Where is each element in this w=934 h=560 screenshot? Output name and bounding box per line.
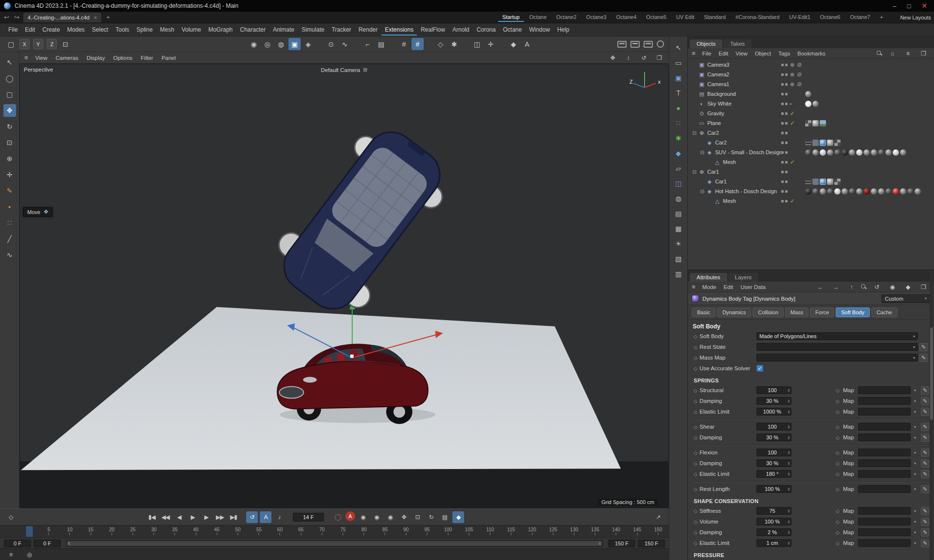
grid-tag-icon[interactable]	[834, 140, 841, 146]
pin-icon[interactable]: ◆	[902, 281, 914, 293]
camera-target-icon[interactable]: ⊕	[790, 62, 794, 68]
menu-mograph[interactable]: MoGraph	[205, 24, 236, 36]
x-axis-lock-button[interactable]: X	[19, 39, 30, 49]
layout-tab-standard[interactable]: Standard	[700, 13, 730, 22]
material-tag-icon[interactable]	[849, 149, 855, 156]
attribute-burger-icon[interactable]: ≡	[691, 283, 699, 290]
layout-tab-octane2[interactable]: Octane2	[552, 13, 581, 22]
rectangle-selection-icon[interactable]: ▢	[3, 88, 16, 101]
value-stepper[interactable]: ▴▾	[787, 388, 791, 392]
value-stepper[interactable]: ▴▾	[787, 461, 791, 465]
pan-view-icon[interactable]: ✥	[607, 52, 618, 64]
object-label[interactable]: Mesh	[723, 198, 736, 204]
expand-toggle-icon[interactable]: ⊟	[699, 150, 706, 155]
brush-tool-icon[interactable]: ✎	[3, 184, 16, 197]
section-tab-force[interactable]: Force	[810, 307, 834, 317]
objects-menu-object[interactable]: Object	[752, 50, 774, 57]
objects-menu-tags[interactable]: Tags	[775, 50, 793, 57]
menu-tracker[interactable]: Tracker	[328, 24, 355, 36]
material-tag-icon[interactable]	[871, 188, 877, 195]
record-pla-icon[interactable]: ◆	[452, 511, 464, 523]
map-field-flexion-12[interactable]	[858, 449, 911, 456]
render-settings-icon[interactable]	[644, 41, 653, 48]
visibility-dots[interactable]	[781, 83, 788, 86]
value-stepper[interactable]: ▴▾	[787, 472, 791, 476]
animation-dot-icon[interactable]: ◇	[694, 409, 700, 415]
tab-takes[interactable]: Takes	[723, 39, 752, 48]
camera-menu-icon[interactable]: ⊞	[363, 67, 367, 73]
search-icon[interactable]	[861, 284, 867, 290]
material-tag-icon[interactable]	[893, 149, 899, 156]
material-tag-icon[interactable]	[812, 188, 819, 195]
attr-dropdown-soft-body[interactable]: Made of Polygons/Lines▾	[756, 332, 918, 340]
attr-input-damping-20[interactable]: 2 %▴▾	[756, 528, 791, 536]
field-icon[interactable]: ◍	[672, 192, 684, 204]
status-ok-icon[interactable]: ◎	[23, 549, 35, 560]
chevron-down-icon[interactable]: ▾	[913, 345, 915, 349]
attr-input-elastic-limit-21[interactable]: 1 cm▴▾	[756, 539, 791, 547]
keyframe-marker-icon[interactable]: ◇	[5, 511, 17, 523]
minimize-button[interactable]: –	[893, 3, 896, 9]
map-dropdown-icon[interactable]: ▾	[912, 451, 918, 455]
map-field-damping-6[interactable]	[858, 397, 911, 405]
visibility-dots[interactable]	[781, 190, 788, 193]
animation-dot-icon[interactable]: ◇	[836, 450, 842, 455]
vertex-paint-icon[interactable]: ▪	[3, 200, 16, 213]
visibility-dots[interactable]	[781, 200, 788, 202]
selection-frame-icon[interactable]: ▢	[5, 38, 17, 50]
scale-tool-icon[interactable]: ⊡	[3, 136, 16, 149]
animation-dot-icon[interactable]: ◇	[836, 519, 842, 524]
viewport-menu-options[interactable]: Options	[109, 54, 137, 62]
layout-tab-uv-edit[interactable]: UV Edit	[672, 13, 699, 22]
section-tab-soft-body[interactable]: Soft Body	[836, 307, 870, 317]
value-stepper[interactable]: ▴▾	[787, 435, 791, 439]
autokey-icon[interactable]: A	[345, 511, 355, 521]
value-stepper[interactable]: ▴▾	[787, 451, 791, 454]
animation-dot-icon[interactable]: ◇	[694, 530, 700, 535]
text-spline-icon[interactable]: T	[672, 87, 684, 99]
rope-icon[interactable]: ∿	[339, 38, 351, 50]
object-row-suv-small-dosch-design-9[interactable]: ⊟◈SUV - Small - Dosch Design	[688, 147, 934, 157]
value-stepper[interactable]: ▴▾	[787, 487, 791, 491]
viewport-menu-cameras[interactable]: Cameras	[52, 54, 82, 62]
material-tag-icon[interactable]	[907, 188, 914, 195]
animation-dot-icon[interactable]: ◇	[836, 435, 842, 440]
objects-menu-bookmarks[interactable]: Bookmarks	[794, 50, 829, 57]
cam-tag-icon[interactable]	[812, 179, 819, 185]
home-icon[interactable]: ⌂	[886, 48, 898, 59]
material-tag-icon[interactable]	[820, 188, 826, 195]
cloner-icon[interactable]: ∷	[672, 117, 684, 129]
film-tag-icon[interactable]	[805, 179, 811, 185]
material-tag-icon[interactable]	[834, 188, 841, 195]
dyn-tag-icon[interactable]	[820, 179, 826, 185]
attr-input-volume-19[interactable]: 100 %▴▾	[756, 518, 791, 525]
record-scale-icon[interactable]: ⊡	[412, 511, 423, 523]
sound-icon[interactable]: ♪	[273, 511, 285, 523]
phong-tag-icon[interactable]	[827, 179, 833, 185]
dolly-view-icon[interactable]: ↕	[622, 52, 634, 64]
menu-select[interactable]: Select	[89, 24, 111, 36]
objects-menu-view[interactable]: View	[732, 50, 751, 57]
enable-snap-icon[interactable]: ◇	[434, 38, 447, 50]
cloth-icon[interactable]: ◈	[302, 38, 314, 50]
object-row-car1-12[interactable]: ◈Car1	[688, 177, 934, 186]
effector-icon[interactable]: ✱	[672, 132, 684, 144]
camera-target-icon[interactable]: ⊕	[790, 81, 794, 88]
range-end-field-2[interactable]: 150 F	[638, 540, 665, 547]
chevron-down-icon[interactable]: ▾	[913, 334, 915, 339]
expand-toggle-icon[interactable]: ⊟	[699, 189, 706, 194]
visibility-check-icon[interactable]: ✓	[790, 198, 795, 204]
section-tab-mass[interactable]: Mass	[785, 307, 808, 317]
visibility-dots[interactable]	[781, 64, 788, 66]
material-tag-icon[interactable]	[827, 188, 833, 195]
value-stepper[interactable]: ▴▾	[787, 541, 791, 545]
select-cursor-icon[interactable]: ↖	[3, 56, 16, 69]
value-stepper[interactable]: ▴▾	[787, 425, 791, 429]
film-tag-icon[interactable]	[805, 140, 811, 146]
layout-tab-startup[interactable]: Startup	[498, 13, 524, 22]
menu-edit[interactable]: Edit	[21, 24, 38, 36]
section-tab-cache[interactable]: Cache	[871, 307, 898, 317]
axis-gizmo[interactable]: Z x	[628, 68, 662, 90]
close-button[interactable]: ✕	[921, 2, 927, 9]
render-view-icon[interactable]	[617, 41, 627, 48]
